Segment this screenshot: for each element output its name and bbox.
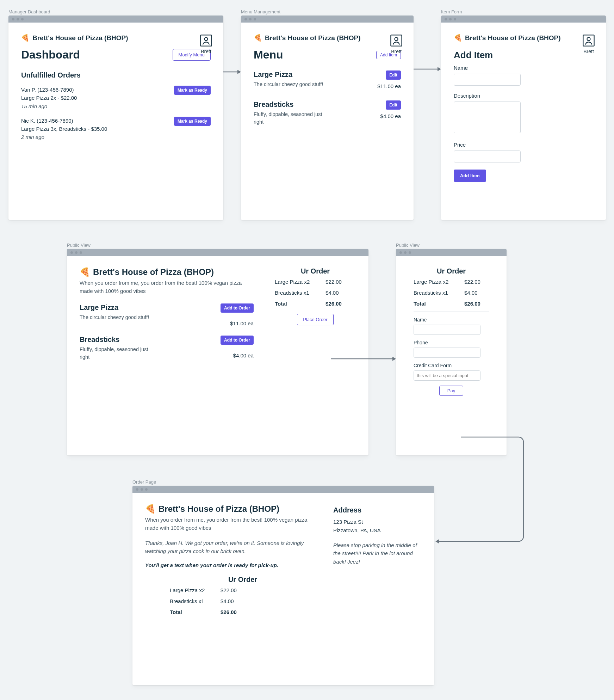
- submit-add-item-button[interactable]: Add Item: [454, 170, 486, 182]
- price-input[interactable]: [454, 151, 521, 162]
- avatar[interactable]: Brett: [390, 35, 402, 54]
- item-name: Breadsticks: [254, 100, 324, 109]
- pickup-message: You'll get a text when your order is rea…: [145, 561, 316, 569]
- add-to-order-button[interactable]: Add to Order: [221, 336, 254, 345]
- order-items: Large Pizza 2x - $22.00: [21, 94, 77, 102]
- order-line-amount: $22.00: [325, 279, 342, 285]
- mark-ready-button[interactable]: Mark as Ready: [174, 86, 211, 95]
- arrow-icon: [414, 66, 441, 72]
- pizza-icon: 🍕: [145, 504, 156, 514]
- thank-you-message: Thanks, Joan H. We got your order, we're…: [145, 539, 316, 555]
- pizza-icon: 🍕: [454, 34, 462, 42]
- order-row: Nic K. (123-456-7890) Large Pizza 3x, Br…: [21, 117, 211, 141]
- order-line-label: Breadsticks x1: [170, 598, 212, 604]
- edit-item-button[interactable]: Edit: [386, 70, 401, 80]
- item-price: $4.00 ea: [221, 352, 254, 358]
- avatar[interactable]: Brett: [583, 35, 595, 54]
- order-line: Large Pizza x2 $22.00: [414, 279, 489, 285]
- svg-point-1: [204, 37, 207, 41]
- order-total: Total $26.00: [170, 609, 316, 615]
- tagline: When you order from me, you order from t…: [145, 516, 316, 532]
- order-total: Total $26.00: [414, 301, 489, 307]
- page-title: Menu: [254, 48, 283, 61]
- label-description: Description: [454, 93, 593, 99]
- menu-item: Large Pizza The circular cheezy good stu…: [80, 303, 254, 326]
- item-price: $4.00 ea: [380, 113, 401, 119]
- avatar[interactable]: Brett: [200, 35, 212, 54]
- total-amount: $26.00: [325, 301, 342, 307]
- order-line: Large Pizza x2 $22.00: [170, 587, 316, 593]
- label-phone: Phone: [414, 340, 489, 345]
- window-menu: 🍕 Brett's House of Pizza (BHOP) Brett Me…: [241, 16, 414, 220]
- pizza-icon: 🍕: [80, 267, 90, 277]
- order-line-label: Large Pizza x2: [414, 279, 456, 285]
- edit-item-button[interactable]: Edit: [386, 100, 401, 110]
- avatar-name: Brett: [583, 49, 595, 54]
- avatar-name: Brett: [200, 49, 212, 54]
- svg-point-3: [395, 37, 398, 41]
- total-label: Total: [414, 301, 456, 307]
- order-line: Breadsticks x1 $4.00: [275, 290, 356, 296]
- svg-point-5: [587, 37, 590, 41]
- order-line-amount: $4.00: [221, 598, 234, 604]
- order-total: Total $26.00: [275, 301, 356, 307]
- brand: 🍕 Brett's House of Pizza (BHOP): [145, 504, 316, 514]
- order-line-amount: $4.00: [325, 290, 339, 296]
- caption-checkout: Public View: [396, 242, 420, 248]
- order-ago: 2 min ago: [21, 134, 44, 140]
- brand: 🍕 Brett's House of Pizza (BHOP): [254, 34, 401, 42]
- pizza-icon: 🍕: [21, 34, 30, 42]
- menu-item: Breadsticks Fluffy, dippable, seasoned j…: [80, 336, 254, 361]
- name-input[interactable]: [414, 325, 480, 335]
- order-line-amount: $22.00: [221, 587, 237, 593]
- menu-item: Large Pizza The circular cheezy good stu…: [254, 70, 401, 89]
- order-line-label: Breadsticks x1: [275, 290, 317, 296]
- pizza-icon: 🍕: [254, 34, 262, 42]
- order-title: Ur Order: [275, 267, 356, 275]
- svg-marker-7: [237, 70, 241, 74]
- svg-marker-12: [435, 539, 439, 544]
- brand: 🍕 Brett's House of Pizza (BHOP): [80, 267, 254, 277]
- item-name: Large Pizza: [254, 70, 323, 79]
- address-line: 123 Pizza St: [333, 518, 421, 526]
- page-title: Dashboard: [21, 48, 80, 61]
- brand-name: Brett's House of Pizza (BHOP): [265, 34, 361, 42]
- place-order-button[interactable]: Place Order: [297, 314, 333, 325]
- order-ago: 15 min ago: [21, 103, 47, 109]
- label-name: Name: [414, 317, 489, 323]
- mark-ready-button[interactable]: Mark as Ready: [174, 117, 211, 126]
- order-line-amount: $22.00: [464, 279, 480, 285]
- phone-input[interactable]: [414, 348, 480, 358]
- brand: 🍕 Brett's House of Pizza (BHOP): [454, 34, 593, 42]
- caption-order: Order Page: [132, 479, 156, 485]
- order-title: Ur Order: [414, 267, 489, 275]
- total-label: Total: [275, 301, 317, 307]
- order-line-label: Large Pizza x2: [170, 587, 212, 593]
- pay-button[interactable]: Pay: [439, 386, 463, 396]
- user-icon: [390, 35, 402, 47]
- avatar-name: Brett: [390, 49, 402, 54]
- order-customer: Van P. (123-456-7890): [21, 86, 77, 94]
- titlebar: [8, 16, 223, 23]
- window-order: 🍕 Brett's House of Pizza (BHOP) When you…: [132, 486, 434, 685]
- window-public: 🍕 Brett's House of Pizza (BHOP) When you…: [67, 249, 368, 455]
- brand-name: Brett's House of Pizza (BHOP): [159, 504, 279, 514]
- name-input[interactable]: [454, 74, 521, 86]
- page-title: Add Item: [454, 50, 593, 61]
- caption-dashboard: Manager Dashboard: [8, 9, 50, 14]
- credit-card-input[interactable]: [414, 370, 480, 381]
- order-items: Large Pizza 3x, Breadsticks - $35.00: [21, 125, 107, 133]
- item-price: $11.00 ea: [221, 320, 254, 326]
- description-input[interactable]: [454, 102, 521, 133]
- window-checkout: Ur Order Large Pizza x2 $22.00 Breadstic…: [396, 249, 507, 455]
- item-desc: The circular cheezy good stuff!: [254, 81, 323, 88]
- item-desc: The circular cheezy good stuff!: [80, 314, 149, 321]
- order-line: Breadsticks x1 $4.00: [414, 290, 489, 296]
- label-cc: Credit Card Form: [414, 363, 489, 368]
- total-amount: $26.00: [464, 301, 480, 307]
- menu-item: Breadsticks Fluffy, dippable, seasoned j…: [254, 100, 401, 126]
- total-label: Total: [170, 609, 212, 615]
- window-dashboard: 🍕 Brett's House of Pizza (BHOP) Brett Da…: [8, 16, 223, 220]
- add-to-order-button[interactable]: Add to Order: [221, 303, 254, 313]
- item-name: Breadsticks: [80, 336, 150, 344]
